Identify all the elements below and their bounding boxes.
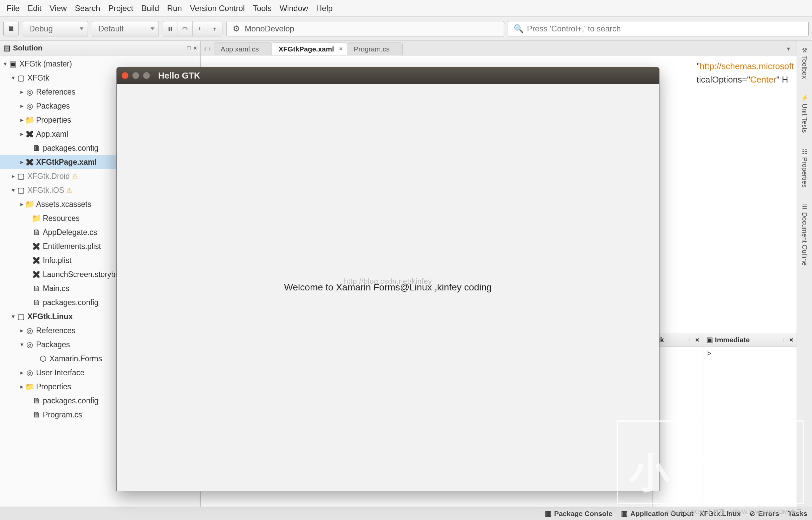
- gtk-app-window[interactable]: Hello GTK http://blog.csdn.net/kinfey We…: [116, 67, 660, 491]
- document-outline-tab[interactable]: ☰Document Outline: [801, 201, 808, 268]
- tree-label: AppDelegate.cs: [43, 225, 97, 239]
- tree-label: XFGtk: [27, 71, 49, 85]
- panel-close-icon[interactable]: ×: [789, 336, 793, 344]
- folder-icon: 📁: [32, 214, 41, 223]
- window-maximize-button[interactable]: [143, 72, 150, 79]
- menu-tools[interactable]: Tools: [249, 0, 276, 17]
- panel-close-icon[interactable]: ×: [695, 336, 699, 344]
- code-text: ": [697, 61, 699, 71]
- tree-label: Assets.xcassets: [36, 197, 91, 211]
- blog-watermark: http://blog.csdn.net/kinfey: [344, 277, 432, 286]
- chevron-down-icon: [150, 27, 154, 30]
- stop-button[interactable]: [3, 21, 19, 36]
- plist-icon: 🞮: [32, 242, 41, 251]
- file-icon: 🗎: [32, 144, 41, 152]
- tree-label: Entitlements.plist: [43, 239, 101, 253]
- menu-project[interactable]: Project: [104, 0, 138, 17]
- tree-label: XFGtk.Droid: [27, 169, 70, 183]
- tree-label: packages.config: [43, 141, 98, 155]
- tab-xfgtkpage-xaml[interactable]: XFGtkPage.xaml×: [272, 43, 347, 55]
- svg-rect-2: [171, 27, 172, 31]
- page-watermark-sub: XWENW.COM 小闻网（WWW.XWENW.COM)专用: [666, 508, 802, 516]
- tab-app-xaml-cs[interactable]: App.xaml.cs: [214, 43, 272, 55]
- tree-label: XFGtk (master): [19, 57, 72, 71]
- tab-label: App.xaml.cs: [221, 45, 259, 53]
- file-icon: 🗎: [32, 298, 41, 307]
- tab-program-cs[interactable]: Program.cs: [347, 43, 403, 55]
- tree-label: Packages: [36, 99, 70, 113]
- window-minimize-button[interactable]: [132, 72, 140, 79]
- solution-title-label: Solution: [13, 44, 43, 52]
- menu-bar: File Edit View Search Project Build Run …: [0, 0, 812, 17]
- folder-icon: 📁: [25, 115, 34, 124]
- run-status-label: MonoDevelop: [245, 24, 294, 33]
- tree-label: Properties: [36, 380, 71, 394]
- target-combo[interactable]: Default: [92, 21, 159, 36]
- gtk-titlebar[interactable]: Hello GTK: [117, 67, 659, 84]
- configuration-label: Debug: [29, 24, 53, 33]
- gear-icon: ⚙: [233, 24, 240, 33]
- code-text: Center: [750, 75, 776, 84]
- configuration-combo[interactable]: Debug: [23, 21, 88, 36]
- terminal-icon: ▣: [621, 510, 628, 518]
- menu-file[interactable]: File: [3, 0, 24, 17]
- terminal-icon: ▣: [706, 336, 713, 344]
- close-icon[interactable]: ×: [339, 46, 343, 52]
- nav-forward-icon[interactable]: ›: [208, 45, 211, 53]
- immediate-title: Immediate: [715, 336, 750, 344]
- tree-label: XFGtk.Linux: [27, 309, 73, 323]
- solution-panel-title: ▤ Solution □ ×: [0, 41, 200, 55]
- menu-view[interactable]: View: [46, 0, 71, 17]
- immediate-prompt[interactable]: >: [707, 349, 711, 358]
- pause-button[interactable]: [163, 21, 178, 36]
- ui-icon: ◎: [25, 368, 34, 377]
- tree-label: Xamarin.Forms: [49, 352, 102, 366]
- tree-label: User Interface: [36, 366, 84, 380]
- target-label: Default: [98, 24, 124, 33]
- storyboard-icon: 🞮: [32, 270, 41, 279]
- chevron-down-icon: [80, 27, 83, 30]
- menu-search[interactable]: Search: [71, 0, 104, 17]
- tree-label: Main.cs: [43, 281, 69, 295]
- menu-build[interactable]: Build: [137, 0, 163, 17]
- tree-label: packages.config: [43, 295, 98, 309]
- tree-label: App.xaml: [36, 127, 68, 141]
- properties-tab[interactable]: ☷Properties: [801, 146, 808, 190]
- panel-undock-icon[interactable]: □: [783, 336, 787, 344]
- tree-label: References: [36, 323, 76, 338]
- panel-undock-icon[interactable]: □: [187, 45, 191, 52]
- nav-back-icon[interactable]: ‹: [204, 45, 206, 53]
- unit-tests-tab[interactable]: ⚡Unit Tests: [801, 92, 808, 135]
- tests-icon: ⚡: [801, 94, 808, 102]
- tab-overflow-icon[interactable]: ▾: [787, 45, 793, 55]
- packages-icon: ◎: [25, 340, 34, 349]
- panel-close-icon[interactable]: ×: [193, 45, 197, 52]
- menu-help[interactable]: Help: [312, 0, 337, 17]
- cs-icon: 🗎: [32, 228, 41, 237]
- step-into-button[interactable]: [193, 21, 207, 36]
- vtab-label: Toolbox: [801, 56, 808, 79]
- step-out-button[interactable]: [207, 21, 222, 36]
- vtab-label: Document Outline: [801, 212, 808, 266]
- menu-run[interactable]: Run: [163, 0, 186, 17]
- panel-undock-icon[interactable]: □: [689, 336, 693, 344]
- svg-rect-0: [9, 26, 14, 31]
- tab-strip: ‹ › App.xaml.cs XFGtkPage.xaml× Program.…: [201, 41, 796, 55]
- global-search[interactable]: 🔍: [508, 21, 809, 36]
- folder-icon: 📁: [25, 200, 34, 209]
- search-input[interactable]: [527, 24, 803, 33]
- properties-icon: ☷: [801, 148, 808, 155]
- project-icon: ▢: [17, 186, 25, 194]
- menu-window[interactable]: Window: [276, 0, 312, 17]
- menu-edit[interactable]: Edit: [24, 0, 46, 17]
- cs-icon: 🗎: [32, 284, 41, 293]
- folder-icon: 📁: [25, 382, 34, 391]
- status-package-console[interactable]: ▣Package Console: [545, 510, 612, 518]
- gtk-window-body: http://blog.csdn.net/kinfey Welcome to X…: [117, 84, 659, 491]
- step-over-button[interactable]: [178, 21, 193, 36]
- window-close-button[interactable]: [121, 72, 129, 79]
- menu-version-control[interactable]: Version Control: [186, 0, 249, 17]
- toolbox-tab[interactable]: ⚒Toolbox: [801, 44, 808, 81]
- terminal-icon: ▣: [545, 510, 551, 518]
- vtab-label: Properties: [801, 157, 808, 187]
